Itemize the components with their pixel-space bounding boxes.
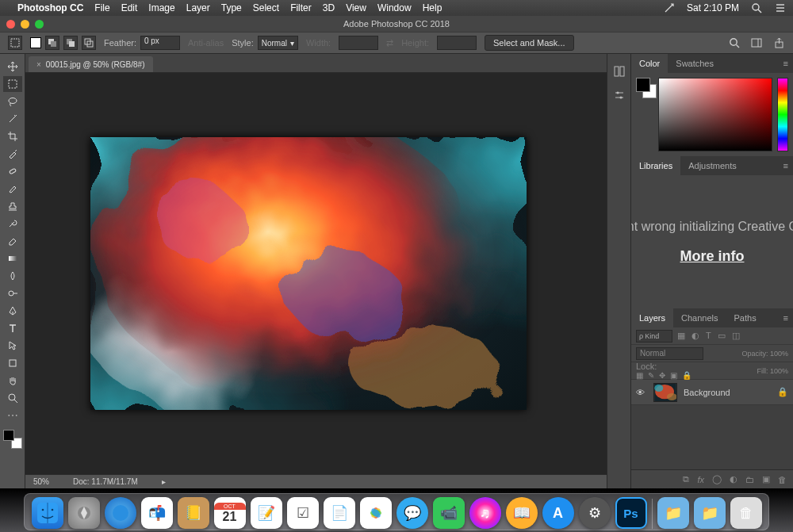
lock-all-icon[interactable]: 🔒	[682, 371, 691, 380]
color-tab[interactable]: Color	[631, 54, 668, 73]
canvas-area[interactable]	[25, 73, 607, 474]
path-select-tool[interactable]	[3, 338, 22, 354]
search-icon[interactable]	[728, 36, 741, 49]
new-adjustment-icon[interactable]: ◐	[730, 474, 737, 484]
menu-layer[interactable]: Layer	[186, 2, 210, 13]
dock-photos[interactable]	[360, 497, 392, 529]
dock-documents[interactable]: 📁	[694, 497, 726, 529]
dock-contacts[interactable]: 📒	[178, 497, 209, 529]
menu-3d[interactable]: 3D	[323, 2, 335, 13]
notification-icon[interactable]	[663, 2, 676, 14]
menu-select[interactable]: Select	[253, 2, 279, 13]
menu-type[interactable]: Type	[221, 2, 242, 13]
history-brush-tool[interactable]	[3, 216, 22, 232]
menu-list-icon[interactable]	[774, 2, 787, 14]
edit-toolbar-icon[interactable]: ⋯	[3, 408, 22, 423]
close-window-button[interactable]	[6, 20, 15, 29]
filter-shape-icon[interactable]: ▭	[718, 331, 726, 341]
app-menu[interactable]: Photoshop CC	[17, 2, 83, 13]
channels-tab[interactable]: Channels	[673, 308, 726, 327]
close-tab-icon[interactable]: ×	[36, 60, 41, 69]
zoom-level[interactable]: 50%	[33, 477, 49, 486]
swatches-tab[interactable]: Swatches	[668, 54, 722, 73]
dock-messages[interactable]: 💬	[396, 497, 428, 529]
lock-position-icon[interactable]: ✥	[659, 371, 665, 380]
dock-itunes[interactable]: ♫	[469, 497, 501, 529]
menu-help[interactable]: Help	[423, 2, 442, 13]
selection-add-icon[interactable]	[45, 36, 59, 50]
dock-settings[interactable]: ⚙	[579, 497, 611, 529]
canvas[interactable]	[90, 137, 527, 410]
blend-mode-select[interactable]: Normal	[636, 347, 703, 360]
type-tool[interactable]	[3, 320, 22, 336]
dock-finder[interactable]	[32, 497, 63, 529]
gradient-tool[interactable]	[3, 251, 22, 266]
dock-pages[interactable]: 📄	[324, 497, 355, 529]
layers-tab[interactable]: Layers	[631, 308, 673, 327]
selection-intersect-icon[interactable]	[82, 36, 96, 50]
dock-calendar[interactable]: OCT21	[214, 497, 246, 529]
new-layer-icon[interactable]: ▣	[762, 474, 770, 484]
layer-fx-icon[interactable]: fx	[697, 475, 704, 484]
color-panel-menu-icon[interactable]: ≡	[783, 59, 793, 68]
filter-adjust-icon[interactable]: ◐	[691, 331, 699, 341]
lasso-tool[interactable]	[3, 94, 22, 109]
shape-tool[interactable]	[3, 355, 22, 371]
new-group-icon[interactable]: 🗀	[745, 475, 754, 484]
lock-artboard-icon[interactable]: ▣	[670, 371, 677, 380]
properties-panel-icon[interactable]	[613, 89, 626, 101]
document-tab[interactable]: × 00015.jpg @ 50% (RGB/8#)	[29, 56, 153, 72]
layer-name[interactable]: Background	[684, 388, 730, 397]
layer-locked-icon[interactable]: 🔒	[777, 387, 788, 397]
brush-tool[interactable]	[3, 181, 22, 197]
share-icon[interactable]	[772, 36, 785, 49]
menubar-clock[interactable]: Sat 2:10 PM	[687, 2, 739, 13]
healing-tool[interactable]	[3, 163, 22, 179]
wand-tool[interactable]	[3, 111, 22, 127]
menu-view[interactable]: View	[346, 2, 366, 13]
stamp-tool[interactable]	[3, 198, 22, 214]
dock-mail[interactable]: 📬	[141, 497, 173, 529]
libraries-more-info-link[interactable]: More info	[680, 248, 745, 265]
minimize-window-button[interactable]	[21, 20, 29, 29]
menu-edit[interactable]: Edit	[121, 2, 138, 13]
move-tool[interactable]	[3, 59, 22, 75]
dock-appstore[interactable]: A	[542, 497, 574, 529]
dock-downloads[interactable]: 📁	[657, 497, 689, 529]
hand-tool[interactable]	[3, 373, 22, 388]
dodge-tool[interactable]	[3, 285, 22, 301]
tool-preset-button[interactable]	[8, 36, 22, 50]
maximize-window-button[interactable]	[35, 20, 44, 29]
color-foreground-swatch[interactable]	[636, 78, 650, 92]
libraries-panel-menu-icon[interactable]: ≡	[783, 161, 793, 170]
layer-filter-kind[interactable]: ρKind	[636, 330, 672, 343]
dock-safari[interactable]	[105, 497, 136, 529]
fill-value[interactable]: 100%	[770, 367, 788, 375]
filter-pixel-icon[interactable]: ▦	[677, 331, 685, 341]
color-field[interactable]	[658, 78, 772, 151]
filter-smart-icon[interactable]: ◫	[732, 331, 740, 341]
style-select[interactable]: Normal▾	[258, 36, 298, 50]
eyedropper-tool[interactable]	[3, 146, 22, 162]
layer-row[interactable]: 👁 Background 🔒	[631, 380, 793, 405]
layer-visibility-icon[interactable]: 👁	[636, 388, 647, 397]
layer-thumbnail[interactable]	[653, 383, 677, 402]
menu-file[interactable]: File	[94, 2, 109, 13]
delete-layer-icon[interactable]: 🗑	[778, 475, 787, 484]
foreground-background-colors[interactable]	[3, 430, 22, 449]
spotlight-icon[interactable]	[750, 2, 763, 14]
doc-size[interactable]: Doc: 11.7M/11.7M	[73, 477, 138, 486]
opacity-value[interactable]: 100%	[770, 350, 788, 358]
crop-tool[interactable]	[3, 128, 22, 144]
feather-input[interactable]: 0 px	[140, 36, 180, 50]
link-layers-icon[interactable]: ⧉	[683, 474, 689, 484]
selection-subtract-icon[interactable]	[63, 36, 78, 50]
lock-transparent-icon[interactable]: ▦	[636, 371, 643, 380]
workspace-switcher-icon[interactable]	[750, 36, 763, 49]
blur-tool[interactable]	[3, 268, 22, 284]
select-and-mask-button[interactable]: Select and Mask...	[485, 35, 574, 51]
eraser-tool[interactable]	[3, 233, 22, 249]
dock-photoshop[interactable]: Ps	[615, 497, 647, 529]
selection-new-icon[interactable]	[30, 37, 41, 48]
dock-reminders[interactable]: ☑	[287, 497, 319, 529]
